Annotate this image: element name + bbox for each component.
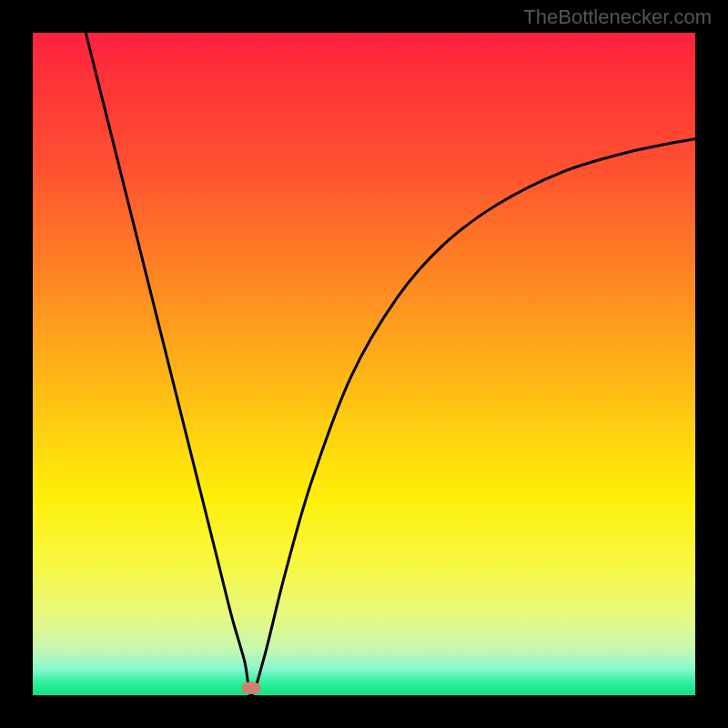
- chart-curve-svg: [33, 33, 695, 695]
- bottleneck-curve: [86, 33, 695, 695]
- chart-plot-area: [33, 33, 695, 695]
- watermark-text: TheBottlenecker.com: [523, 5, 712, 29]
- optimum-marker: [241, 682, 261, 694]
